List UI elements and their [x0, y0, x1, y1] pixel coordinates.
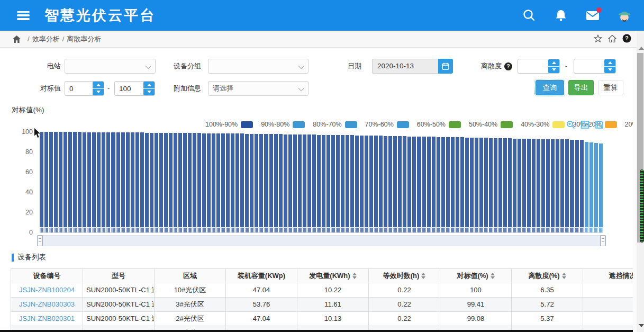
- legend-item[interactable]: 60%-50%: [417, 121, 461, 128]
- export-button[interactable]: 导出: [568, 80, 594, 95]
- search-icon[interactable]: [521, 7, 537, 23]
- bar: [274, 134, 278, 232]
- favorite-star-icon[interactable]: [594, 34, 602, 44]
- save-image-icon[interactable]: [595, 120, 604, 129]
- device-id-link[interactable]: JSJN-ZNB100204: [19, 283, 75, 297]
- table-cell: JSJN-ZNB020301: [11, 312, 83, 326]
- data-view-icon[interactable]: [580, 120, 589, 129]
- device-id-link[interactable]: JSJN-ZNB030303: [19, 298, 75, 311]
- column-header[interactable]: 对标值(%): [440, 269, 512, 283]
- benchmark-max-input[interactable]: [115, 82, 143, 95]
- home-outline-icon[interactable]: [608, 34, 616, 44]
- benchmark-min-spinner: [65, 81, 104, 96]
- scrollbar-down-arrow[interactable]: [639, 324, 644, 327]
- bar: [451, 137, 455, 232]
- datazoom-slider[interactable]: [40, 235, 603, 246]
- spinner-down-button[interactable]: [93, 89, 104, 96]
- bar: [475, 138, 478, 232]
- spinner-up-button[interactable]: [93, 82, 104, 88]
- bar: [269, 134, 273, 232]
- benchmark-min-input[interactable]: [65, 82, 92, 95]
- bar: [513, 139, 516, 232]
- recalc-button[interactable]: 重算: [598, 80, 623, 95]
- dispersion-max-input[interactable]: [574, 59, 604, 73]
- legend-item[interactable]: 40%-30%: [521, 121, 565, 128]
- scrollbar-up-arrow[interactable]: [639, 47, 644, 50]
- bar: [212, 133, 215, 232]
- bar: [341, 135, 344, 232]
- column-header-label: 发电量(KWh): [309, 269, 350, 283]
- mail-icon[interactable]: [585, 7, 601, 23]
- table-cell: 6.35: [512, 283, 583, 298]
- spinner-down-button[interactable]: [548, 67, 559, 74]
- sort-icon[interactable]: [491, 273, 495, 279]
- column-header[interactable]: 发电量(KWh): [297, 269, 369, 283]
- bar: [231, 133, 234, 232]
- device-id-link[interactable]: JSJN-ZNB020301: [19, 312, 75, 326]
- column-header[interactable]: 等效时数(h): [369, 269, 440, 283]
- table-cell: 99.08: [440, 312, 512, 326]
- bar-chart-plot[interactable]: [40, 132, 603, 233]
- station-select[interactable]: [65, 59, 156, 74]
- extra-info-select[interactable]: 请选择: [208, 81, 309, 96]
- bar: [580, 140, 584, 232]
- bar: [226, 133, 230, 232]
- y-tick-label: 80: [12, 148, 33, 156]
- bar: [126, 132, 130, 232]
- query-button[interactable]: 查询: [536, 80, 564, 95]
- legend-swatch: [293, 121, 305, 128]
- bar: [556, 139, 559, 232]
- legend-item[interactable]: 80%-70%: [313, 121, 357, 128]
- bottom-edge-bar: [0, 330, 633, 332]
- legend-swatch: [605, 121, 617, 128]
- spinner-up-button[interactable]: [604, 59, 615, 66]
- column-header: 设备编号: [11, 269, 83, 283]
- bar: [73, 132, 77, 232]
- bar: [422, 137, 426, 232]
- bar: [207, 133, 211, 232]
- notifications-icon[interactable]: [553, 7, 569, 23]
- sort-icon[interactable]: [562, 273, 566, 279]
- dispersion-min-input[interactable]: [518, 59, 548, 73]
- device-group-select[interactable]: [208, 59, 309, 74]
- user-avatar[interactable]: [616, 7, 632, 23]
- bar: [303, 134, 306, 232]
- datazoom-handle-left[interactable]: [37, 235, 43, 246]
- calendar-button[interactable]: [438, 59, 453, 74]
- bar: [49, 132, 53, 232]
- legend-swatch: [552, 121, 565, 128]
- legend-label: 80%-70%: [313, 121, 341, 128]
- legend-item[interactable]: 90%-80%: [261, 121, 305, 128]
- column-header-label: 装机容量(KWp): [238, 269, 285, 283]
- zoom-reset-icon[interactable]: [566, 120, 575, 129]
- help-icon[interactable]: ?: [622, 34, 631, 44]
- bar: [92, 132, 96, 232]
- bar: [393, 136, 397, 232]
- bar: [346, 135, 349, 232]
- breadcrumb-item-efficiency[interactable]: 效率分析: [32, 34, 60, 44]
- spinner-up-button[interactable]: [143, 82, 155, 88]
- bar: [336, 135, 340, 232]
- home-icon[interactable]: [13, 35, 21, 43]
- table-cell: 99.41: [440, 298, 512, 312]
- legend-item[interactable]: 70%-60%: [365, 121, 409, 128]
- legend-item[interactable]: 100%-90%: [205, 121, 253, 128]
- date-input[interactable]: 2020-10-13: [372, 59, 438, 74]
- datazoom-handle-right[interactable]: [600, 235, 606, 246]
- dispersion-help-icon[interactable]: ?: [504, 62, 512, 70]
- spinner-up-button[interactable]: [548, 59, 559, 66]
- bar: [498, 138, 502, 232]
- legend-item[interactable]: 50%-40%: [469, 121, 513, 128]
- sort-icon[interactable]: [352, 273, 357, 279]
- spinner-down-button[interactable]: [604, 67, 615, 74]
- column-header[interactable]: 离散度(%): [512, 269, 583, 283]
- spinner-down-button[interactable]: [143, 89, 155, 96]
- benchmark-label: 对标值: [29, 81, 61, 96]
- menu-toggle-icon[interactable]: [17, 11, 30, 20]
- table-row: JSJN-ZNB100204SUN2000-50KTL-C1 逆10#光伏区47…: [11, 283, 633, 298]
- bar: [150, 133, 153, 232]
- bar: [585, 142, 588, 232]
- table-cell: SUN2000-50KTL-C1 逆: [83, 312, 155, 326]
- sort-icon[interactable]: [421, 273, 425, 279]
- dispersion-label: 离散度: [474, 59, 502, 74]
